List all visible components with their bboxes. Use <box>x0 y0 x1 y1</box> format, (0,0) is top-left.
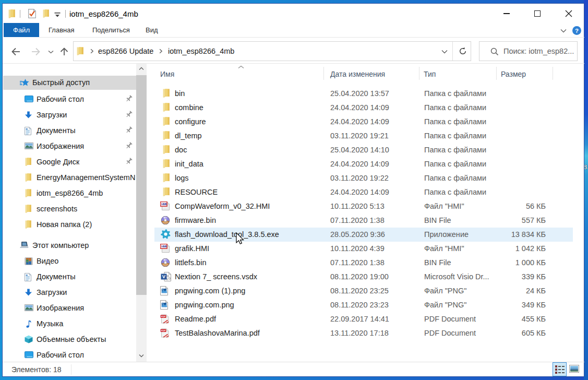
svg-text:?: ? <box>575 28 579 34</box>
svg-text:V: V <box>162 274 166 279</box>
svg-text:HMI: HMI <box>161 244 166 248</box>
svg-text:HMI: HMI <box>161 202 166 206</box>
svg-text:PDF: PDF <box>161 315 166 318</box>
svg-text:PDF: PDF <box>161 329 166 332</box>
